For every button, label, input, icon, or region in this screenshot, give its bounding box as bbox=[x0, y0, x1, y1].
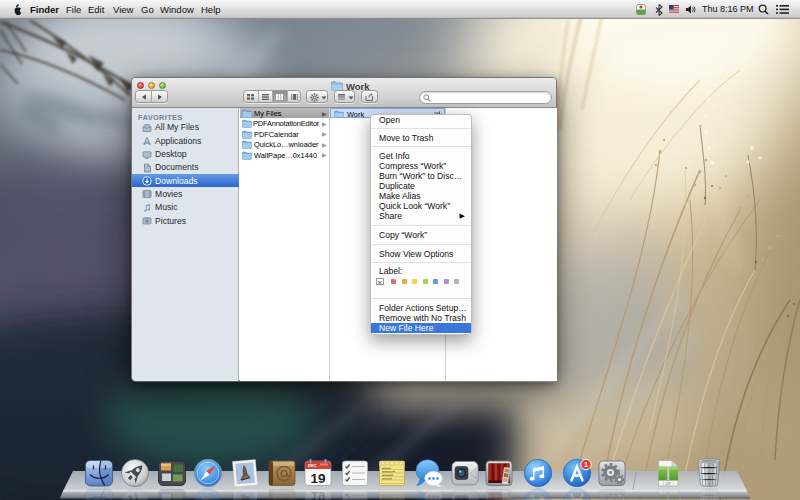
svg-text:1: 1 bbox=[584, 460, 588, 469]
svg-text:19: 19 bbox=[310, 471, 325, 486]
svg-text:ZIP: ZIP bbox=[665, 482, 671, 486]
svg-text:DEC: DEC bbox=[308, 463, 317, 468]
